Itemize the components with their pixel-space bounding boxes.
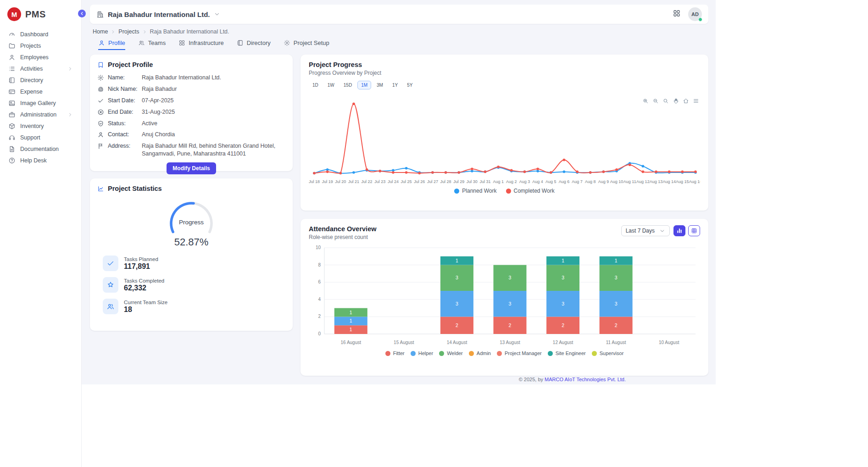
sidebar-item-projects[interactable]: Projects — [5, 40, 77, 51]
profile-field-value: Active — [142, 120, 285, 128]
legend-label: Admin — [477, 350, 491, 356]
pan-icon[interactable] — [673, 98, 679, 104]
legend-item-site-engineer[interactable]: Site Engineer — [548, 350, 586, 356]
company-selector[interactable]: Raja Bahadur International Ltd. — [96, 11, 220, 18]
expense-icon — [8, 88, 16, 95]
sidebar-item-expense[interactable]: Expense — [5, 86, 77, 97]
legend-item-welder[interactable]: Welder — [439, 350, 463, 356]
legend-marker — [411, 351, 416, 356]
menu-icon[interactable] — [693, 98, 699, 104]
breadcrumb: HomeProjectsRaja Bahadur International L… — [93, 28, 708, 35]
range-button-3m[interactable]: 3M — [373, 81, 387, 89]
infrastructure-tab-icon — [178, 39, 185, 46]
legend-marker — [497, 351, 502, 356]
sidebar-collapse-button[interactable] — [78, 10, 86, 17]
stat-label: Tasks Completed — [124, 278, 164, 284]
modify-details-button[interactable]: Modify Details — [167, 162, 216, 174]
shield-icon — [97, 120, 104, 127]
sidebar-item-label: Image Gallery — [20, 100, 56, 106]
apps-grid-button[interactable] — [673, 9, 681, 19]
legend-item-completed-work[interactable]: Completed Work — [506, 188, 555, 194]
range-button-1w[interactable]: 1W — [324, 81, 338, 89]
stat-current-team-size: Current Team Size18 — [103, 299, 285, 314]
reset-zoom-icon[interactable] — [683, 98, 689, 104]
teams-tab-icon — [138, 39, 145, 46]
tab-label: Profile — [108, 39, 125, 46]
profile-field-value: 31-Aug-2025 — [142, 108, 285, 116]
company-footer-link[interactable]: MARCO AIoT Technologies Pvt. Ltd. — [545, 377, 626, 382]
legend-item-admin[interactable]: Admin — [469, 350, 491, 356]
range-button-5y[interactable]: 5Y — [403, 81, 416, 89]
legend-item-helper[interactable]: Helper — [411, 350, 433, 356]
directory-icon — [8, 77, 16, 84]
profile-field-nick-name: Nick Name:Raja Bahadur — [97, 85, 285, 93]
sidebar-item-help-desk[interactable]: Help Desk — [5, 155, 77, 166]
tab-directory[interactable]: Directory — [237, 39, 271, 50]
legend-item-fitter[interactable]: Fitter — [385, 350, 405, 356]
svg-text:Aug 6: Aug 6 — [559, 179, 570, 184]
svg-text:Aug 12: Aug 12 — [636, 179, 650, 184]
svg-text:16 August: 16 August — [341, 340, 362, 345]
svg-text:1: 1 — [350, 310, 352, 315]
tab-project-setup[interactable]: Project Setup — [284, 39, 329, 50]
attendance-overview-card: Attendance Overview Role-wise present co… — [300, 219, 708, 376]
projects-icon — [8, 42, 16, 50]
stat-label: Current Team Size — [124, 300, 167, 305]
legend-item-planned-work[interactable]: Planned Work — [454, 188, 496, 194]
svg-text:Jul 20: Jul 20 — [335, 179, 346, 184]
top-header: Raja Bahadur International Ltd. AD — [90, 5, 708, 24]
tab-infrastructure[interactable]: Infrastructure — [178, 39, 224, 50]
sidebar-item-activities[interactable]: Activities — [5, 63, 77, 74]
tab-profile[interactable]: Profile — [98, 39, 125, 50]
chevron-left-icon — [79, 11, 84, 16]
tab-teams[interactable]: Teams — [138, 39, 166, 50]
range-button-1y[interactable]: 1Y — [389, 81, 401, 89]
header-actions: AD — [673, 7, 702, 21]
breadcrumb-separator-icon — [111, 29, 116, 34]
sidebar-item-label: Directory — [20, 77, 43, 83]
brand-name: PMS — [25, 9, 46, 20]
profile-field-label: Start Date: — [108, 97, 138, 105]
avatar[interactable]: AD — [688, 7, 702, 21]
svg-text:11 August: 11 August — [606, 340, 626, 345]
content-area: Project Profile Name:Raja Bahadur Intern… — [90, 55, 708, 376]
svg-text:Aug 16: Aug 16 — [689, 179, 700, 184]
range-button-15d[interactable]: 15D — [340, 81, 356, 89]
date-range-select[interactable]: Last 7 Days — [621, 225, 670, 236]
breadcrumb-item-projects[interactable]: Projects — [118, 28, 139, 35]
svg-text:4: 4 — [318, 297, 321, 302]
sidebar-item-dashboard[interactable]: Dashboard — [5, 28, 77, 40]
zoom-in-icon[interactable] — [642, 98, 649, 104]
progress-gauge-arc — [157, 199, 226, 234]
svg-text:Jul 27: Jul 27 — [427, 179, 438, 184]
range-button-1d[interactable]: 1D — [309, 81, 322, 89]
legend-item-supervisor[interactable]: Supervisor — [592, 350, 624, 356]
sidebar-item-directory[interactable]: Directory — [5, 74, 77, 86]
svg-text:3: 3 — [509, 275, 512, 280]
sidebar-item-documentation[interactable]: Documentation — [5, 143, 77, 155]
sidebar-item-employees[interactable]: Employees — [5, 51, 77, 63]
sidebar-item-administration[interactable]: Administration — [5, 109, 77, 120]
logo[interactable]: M PMS — [0, 6, 81, 28]
zoom-out-icon[interactable] — [652, 98, 659, 104]
team-size-badge — [103, 299, 118, 314]
end-date-icon — [97, 109, 104, 116]
legend-item-project-manager[interactable]: Project Manager — [497, 350, 542, 356]
table-view-toggle-button[interactable] — [688, 225, 700, 236]
progress-line-chart: Jul 18Jul 19Jul 20Jul 21Jul 22Jul 23Jul … — [309, 90, 700, 188]
stat-tasks-completed: Tasks Completed62,332 — [103, 277, 285, 293]
gauge-label: Progress — [157, 219, 226, 226]
svg-text:2: 2 — [615, 322, 618, 328]
profile-tab-icon — [98, 39, 105, 46]
sidebar-item-image-gallery[interactable]: Image Gallery — [5, 97, 77, 109]
project-progress-card: Project Progress Progress Overview by Pr… — [300, 55, 708, 211]
sidebar-item-inventory[interactable]: Inventory — [5, 120, 77, 132]
svg-text:Jul 22: Jul 22 — [362, 179, 373, 184]
range-button-1m[interactable]: 1M — [357, 81, 371, 89]
breadcrumb-item-home[interactable]: Home — [93, 28, 108, 35]
legend-label: Site Engineer — [556, 350, 586, 356]
bar-chart-toggle-button[interactable] — [673, 225, 685, 236]
main-content: Raja Bahadur International Ltd. AD HomeP… — [82, 0, 716, 384]
sidebar-item-support[interactable]: Support — [5, 132, 77, 143]
selection-zoom-icon[interactable] — [662, 98, 669, 104]
